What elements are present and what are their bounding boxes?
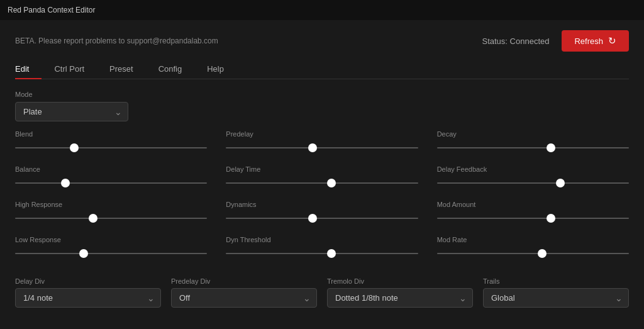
predelay-div-label: Predelay Div [171,277,317,285]
refresh-label: Refresh [574,36,603,46]
slider-high-response: High Response [15,201,207,227]
slider-mod-amount: Mod Amount [437,201,629,227]
sliders-col3: Decay Delay Feedback Mod Amount Mod Rate [437,130,629,271]
app-title: Context Editor [47,6,95,14]
delay-time-label: Delay Time [226,165,418,173]
balance-slider[interactable] [15,177,207,189]
high-response-label: High Response [15,201,207,208]
mode-label: Mode [15,91,629,98]
low-response-label: Low Response [15,236,207,243]
dyn-threshold-label: Dyn Threshold [226,236,418,243]
mode-select[interactable]: Plate Room Hall Spring Shimmer [15,102,128,121]
tab-bar: Edit Ctrl Port Preset Config Help [15,60,629,79]
tab-config[interactable]: Config [146,60,195,79]
mode-row: Mode Plate Room Hall Spring Shimmer [15,91,629,121]
refresh-icon: ↻ [608,35,616,47]
predelay-div-select[interactable]: Off 1/16 note 1/8 note 1/4 note [171,288,317,308]
tremolo-div-select[interactable]: Off Dotted 1/8th note 1/4 note 1/2 note [327,288,473,308]
delay-div-label: Delay Div [15,277,161,285]
decay-label: Decay [437,130,629,138]
status-refresh-area: Status: Connected Refresh ↻ [482,30,630,52]
predelay-div-wrapper: Off 1/16 note 1/8 note 1/4 note [171,288,317,308]
tab-help[interactable]: Help [194,60,236,79]
predelay-label: Predelay [226,130,418,138]
predelay-slider[interactable] [226,142,418,154]
mod-rate-label: Mod Rate [437,236,629,243]
mode-select-wrapper: Plate Room Hall Spring Shimmer [15,102,128,121]
slider-dyn-threshold: Dyn Threshold [226,236,418,262]
tremolo-div-wrapper: Off Dotted 1/8th note 1/4 note 1/2 note [327,288,473,308]
brand-text: Red Panda [8,6,45,14]
tremolo-div-label: Tremolo Div [327,277,473,285]
sliders-col1: Blend Balance High Response Low Response [15,130,207,271]
refresh-button[interactable]: Refresh ↻ [562,30,629,52]
trails-group: Trails Global On Off [483,277,629,308]
mod-rate-slider[interactable] [437,247,629,260]
slider-low-response: Low Response [15,236,207,262]
trails-wrapper: Global On Off [483,288,629,308]
tab-preset[interactable]: Preset [97,60,146,79]
blend-slider[interactable] [15,142,207,154]
predelay-div-group: Predelay Div Off 1/16 note 1/8 note 1/4 … [171,277,317,308]
mod-amount-label: Mod Amount [437,201,629,208]
tab-ctrlport[interactable]: Ctrl Port [42,60,97,79]
connection-status: Status: Connected [482,36,550,46]
slider-delay-feedback: Delay Feedback [437,165,629,192]
tremolo-div-group: Tremolo Div Off Dotted 1/8th note 1/4 no… [327,277,473,308]
slider-balance: Balance [15,165,207,192]
delay-feedback-slider[interactable] [437,177,629,189]
high-response-slider[interactable] [15,212,207,225]
bottom-dropdowns: Delay Div Off 1/16 note 1/8 note 1/4 not… [15,277,629,308]
trails-label: Trails [483,277,629,285]
sliders-grid: Blend Balance High Response Low Response… [15,130,629,271]
dynamics-slider[interactable] [226,212,418,225]
slider-decay: Decay [437,130,629,157]
low-response-slider[interactable] [15,247,207,260]
top-bar: BETA. Please report problems to support@… [15,30,629,52]
mod-amount-slider[interactable] [437,212,629,225]
title-bar: Red Panda Context Editor [0,0,644,20]
blend-label: Blend [15,130,207,138]
slider-delay-time: Delay Time [226,165,418,192]
slider-blend: Blend [15,130,207,157]
slider-predelay: Predelay [226,130,418,157]
beta-notice: BETA. Please report problems to support@… [15,36,218,45]
balance-label: Balance [15,165,207,173]
dynamics-label: Dynamics [226,201,418,208]
delay-div-wrapper: Off 1/16 note 1/8 note 1/4 note 1/2 note… [15,288,161,308]
trails-select[interactable]: Global On Off [483,288,629,308]
delay-feedback-label: Delay Feedback [437,165,629,173]
sliders-col2: Predelay Delay Time Dynamics Dyn Thresho… [226,130,418,271]
tab-edit[interactable]: Edit [15,60,42,79]
slider-mod-rate: Mod Rate [437,236,629,262]
decay-slider[interactable] [437,142,629,154]
slider-dynamics: Dynamics [226,201,418,227]
delay-time-slider[interactable] [226,177,418,189]
delay-div-group: Delay Div Off 1/16 note 1/8 note 1/4 not… [15,277,161,308]
delay-div-select[interactable]: Off 1/16 note 1/8 note 1/4 note 1/2 note… [15,288,161,308]
dyn-threshold-slider[interactable] [226,247,418,260]
